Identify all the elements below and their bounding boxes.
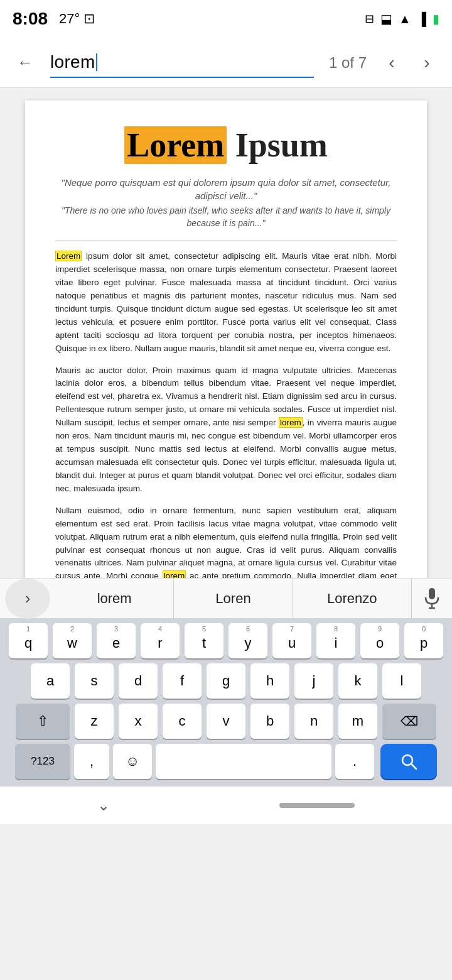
search-icon [400, 753, 417, 770]
next-arrow-icon: › [424, 53, 429, 73]
comma-key[interactable]: , [74, 744, 109, 779]
document-divider [55, 241, 397, 241]
document-paragraph-1: Lorem ipsum dolor sit amet, consectetur … [55, 250, 397, 355]
title-ipsum: Ipsum [227, 126, 328, 164]
next-button[interactable]: › [412, 48, 442, 78]
key-t[interactable]: 5t [185, 623, 223, 658]
search-bar: ← lorem 1 of 7 ‹ › [0, 38, 452, 88]
chevron-down-icon[interactable]: ⌄ [97, 797, 110, 814]
keyboard-row-3: ⇧ z x c v b n m ⌫ [3, 704, 449, 739]
key-l[interactable]: l [382, 663, 421, 699]
num-symbol-key[interactable]: ?123 [15, 744, 70, 779]
expand-arrow-icon: › [25, 589, 31, 608]
back-button[interactable]: ← [10, 48, 40, 78]
bluetooth-icon: ⬓ [380, 11, 392, 26]
autocomplete-loren[interactable]: Loren [174, 579, 293, 619]
prev-arrow-icon: ‹ [389, 53, 394, 73]
document-paragraph-2: Mauris ac auctor dolor. Proin maximus qu… [55, 364, 397, 496]
key-r[interactable]: 4r [141, 623, 180, 658]
key-n[interactable]: n [294, 704, 333, 739]
bottom-bar: ⌄ [0, 787, 452, 824]
key-x[interactable]: x [119, 704, 158, 739]
key-b[interactable]: b [250, 704, 289, 739]
search-key[interactable] [380, 744, 437, 779]
emoji-key[interactable]: ☺ [113, 744, 152, 779]
backspace-key[interactable]: ⌫ [382, 704, 436, 739]
keyboard-row-4: ?123 , ☺ . [3, 744, 449, 779]
key-p[interactable]: 0p [404, 623, 443, 658]
autocomplete-expand-button[interactable]: › [5, 579, 50, 619]
document-subtitle2: "There is no one who loves pain itself, … [55, 205, 397, 229]
key-z[interactable]: z [75, 704, 114, 739]
document-paragraph-3: Nullam euismod, odio in ornare fermentum… [55, 504, 397, 578]
key-e[interactable]: 3e [97, 623, 136, 658]
back-arrow-icon: ← [17, 53, 33, 72]
wifi-icon: ▲ [399, 12, 411, 26]
space-key[interactable] [156, 744, 331, 779]
search-count: 1 of 7 [329, 54, 367, 72]
cast-icon: ⊟ [365, 12, 374, 26]
status-time: 8:08 [13, 9, 48, 29]
home-indicator [279, 803, 355, 808]
microphone-button[interactable] [412, 579, 452, 619]
status-temp: 27° [59, 11, 80, 27]
key-u[interactable]: 7u [272, 623, 311, 658]
screenshot-icon: ⊡ [83, 11, 95, 27]
key-o[interactable]: 9o [360, 623, 399, 658]
key-c[interactable]: c [163, 704, 202, 739]
key-d[interactable]: d [119, 663, 158, 699]
document-subtitle1: "Neque porro quisquam est qui dolorem ip… [55, 176, 397, 202]
keyboard-row-1: 1q 2w 3e 4r 5t 6y 7u 8i 9o 0p [3, 623, 449, 658]
key-s[interactable]: s [75, 663, 114, 699]
key-f[interactable]: f [163, 663, 202, 699]
para1-lorem-highlight: Lorem [55, 251, 82, 261]
key-h[interactable]: h [250, 663, 289, 699]
document-page: Lorem Ipsum "Neque porro quisquam est qu… [25, 101, 427, 578]
svg-rect-0 [429, 588, 435, 599]
key-a[interactable]: a [31, 663, 70, 699]
key-g[interactable]: g [207, 663, 245, 699]
search-input[interactable]: lorem [50, 52, 95, 72]
microphone-icon [423, 587, 441, 610]
para3-lorem-highlight: lorem [163, 570, 186, 578]
status-icons: ⊟ ⬓ ▲ ▐ ▮ [365, 11, 439, 26]
document-title: Lorem Ipsum [55, 126, 397, 165]
key-v[interactable]: v [207, 704, 245, 739]
prev-button[interactable]: ‹ [377, 48, 407, 78]
document-area: Lorem Ipsum "Neque porro quisquam est qu… [0, 88, 452, 578]
title-lorem-highlight: Lorem [124, 126, 227, 164]
key-j[interactable]: j [294, 663, 333, 699]
key-q[interactable]: 1q [9, 623, 48, 658]
signal-icon: ▐ [417, 12, 426, 26]
search-input-wrapper[interactable]: lorem [50, 48, 314, 78]
keyboard-row-2: a s d f g h j k l [3, 663, 449, 699]
shift-key[interactable]: ⇧ [16, 704, 70, 739]
status-bar: 8:08 27° ⊡ ⊟ ⬓ ▲ ▐ ▮ [0, 0, 452, 38]
text-cursor [96, 53, 97, 71]
key-k[interactable]: k [338, 663, 377, 699]
key-m[interactable]: m [338, 704, 377, 739]
autocomplete-lorem[interactable]: lorem [55, 579, 174, 619]
para2-lorem-highlight: lorem [279, 417, 303, 428]
svg-line-4 [411, 764, 416, 769]
key-i[interactable]: 8i [316, 623, 355, 658]
key-y[interactable]: 6y [229, 623, 267, 658]
battery-icon: ▮ [433, 11, 439, 26]
autocomplete-bar: › lorem Loren Lorenzo [0, 578, 452, 618]
autocomplete-lorenzo[interactable]: Lorenzo [293, 579, 412, 619]
key-w[interactable]: 2w [53, 623, 92, 658]
keyboard: 1q 2w 3e 4r 5t 6y 7u 8i 9o 0p a s d f g … [0, 618, 452, 787]
period-key[interactable]: . [335, 744, 374, 779]
